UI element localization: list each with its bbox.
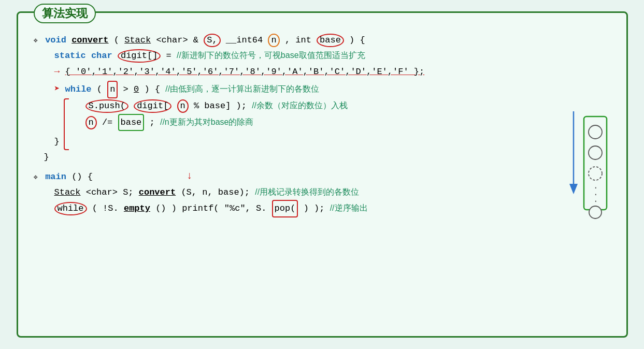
stack-visual: · · · [564,106,611,220]
comment-while2: //逆序输出 [330,203,368,212]
sp3: __int64 [226,35,268,45]
semi: ; [150,118,160,127]
brace-close2: } [44,152,49,162]
var-n2: n [177,99,189,113]
fn-empty: empty [124,203,150,213]
while-block: S.push( digit[ n % base] ); //余数（对应的数位）入… [34,98,611,132]
svg-point-3 [589,125,602,139]
fn-pop: pop( [272,200,298,217]
mod: % base] ); [194,101,252,111]
param-base: base [317,34,344,47]
fn-convert2: convert [139,187,176,197]
kw-char: char [91,51,112,61]
kw-main: main [45,172,66,182]
eq: = [166,51,177,61]
arrow-right-1: → [54,66,60,77]
line-while2: while ( !S. empty () ) printf( "%c", S. … [54,200,611,217]
fn-push: S.push( [85,99,128,113]
kw-void: void [45,35,66,45]
args: (S, n, base); [181,187,255,197]
svg-point-4 [589,146,602,159]
param-n: n [268,34,279,47]
title-badge: 算法实现 [34,4,96,23]
lt2: <char> S; [86,187,139,197]
line-function-sig: ❖ void convert ( Stack <char> & S, __int… [34,33,611,48]
var-digit: digit[] [118,49,161,63]
sp2: ( [114,35,124,45]
kw-static: static [54,51,86,61]
arr-content: { '0','1','2','3','4','5','6','7','8','9… [65,67,425,77]
code-area: ❖ void convert ( Stack <char> & S, __int… [34,33,611,217]
fn-digit: digit[ [134,99,171,113]
stack-svg: · · · [564,106,611,225]
diamond-2: ❖ [34,171,38,184]
kw-while: while [65,84,92,94]
brace: ) { [349,35,365,45]
sp: ( [97,84,102,94]
comment-push: //余数（对应的数位）入栈 [252,101,348,110]
arrow-down-red-1: ↓ [187,167,193,185]
arrow-right-2: ➤ [54,84,60,94]
fn-convert: convert [71,35,108,45]
svg-point-9 [589,206,602,219]
line-update: n /= base ; //n更新为其对base的除商 [75,114,611,132]
comment-update: //n更新为其对base的除商 [160,118,253,126]
comment-while: //由低到高，逐一计算出新进制下的各数位 [165,84,319,93]
param-s: S, [204,34,220,47]
sp2: () ) printf( "%c", S. [155,203,266,213]
line-while: ➤ while ( n > 0 ) { //由低到高，逐一计算出新进制下的各数位 [54,81,611,98]
type-stack2: Stack [54,187,81,197]
comma: , int [285,35,317,45]
line-close-while: } [54,134,611,150]
sp: ( !S. [92,203,119,213]
line-array-init: → { '0','1','2','3','4','5','6','7','8',… [54,64,611,80]
comment-static: //新进制下的数位符号，可视base取值范围适当扩充 [177,51,365,60]
paren: () { [71,172,93,182]
zero: 0 [134,84,139,94]
line-static-decl: static char digit[] = //新进制下的数位符号，可视base… [54,48,611,64]
lt: <char> & [156,35,204,45]
type-stack: Stack [124,35,151,45]
line-close-fn: } [44,150,611,165]
gt: > [123,84,134,94]
line-stack-decl: Stack <char> S; convert (S, n, base); //… [54,185,611,200]
line-main-sig: ❖ main () { ↓ [34,169,611,185]
kw-while2: while [54,202,87,215]
main-container: 算法实现 ❖ void convert ( Stack <char> & S, … [17,11,628,338]
var-n-while: n [107,81,118,98]
svg-text:·: · [593,197,598,206]
sp: /= [102,118,118,127]
svg-marker-1 [569,184,578,194]
sp3: ) ); [304,203,330,213]
var-n3: n [85,116,97,129]
brace: ) { [144,84,165,94]
comment-stack: //用栈记录转换得到的各数位 [255,187,359,196]
var-base: base [118,114,145,132]
brace-close: } [54,137,60,147]
line-push: S.push( digit[ n % base] ); //余数（对应的数位）入… [75,98,611,114]
diamond-1: ❖ [34,34,38,47]
